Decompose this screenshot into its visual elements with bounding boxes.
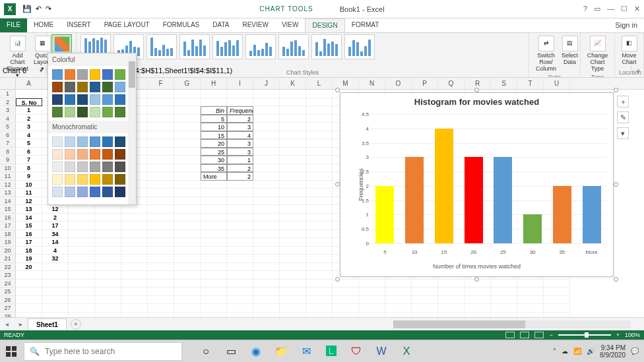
color-swatch[interactable] <box>77 69 88 80</box>
chart-style-thumb[interactable] <box>146 34 177 59</box>
cell[interactable] <box>438 304 465 313</box>
cell[interactable] <box>227 238 253 247</box>
cell[interactable] <box>280 271 306 280</box>
tray-wifi-icon[interactable]: 📶 <box>573 347 581 355</box>
cell[interactable]: 2 <box>42 214 69 222</box>
cell[interactable] <box>174 197 201 206</box>
cell[interactable] <box>491 280 517 288</box>
cell[interactable] <box>227 313 253 318</box>
cell[interactable] <box>148 238 174 247</box>
row-header[interactable]: 1 <box>0 90 16 98</box>
cell[interactable] <box>253 296 280 305</box>
cell[interactable]: 20 <box>16 263 42 272</box>
color-swatch[interactable] <box>90 69 100 80</box>
row-header[interactable]: 27 <box>0 304 16 313</box>
row-header[interactable]: 2 <box>0 98 16 107</box>
cell[interactable] <box>227 263 253 272</box>
color-swatch[interactable] <box>90 94 100 105</box>
color-swatch[interactable] <box>115 162 125 172</box>
cell[interactable]: 4 <box>227 131 253 140</box>
column-header[interactable]: H <box>201 78 227 89</box>
cell[interactable] <box>148 313 174 318</box>
color-swatch[interactable] <box>52 174 63 185</box>
cell[interactable] <box>253 115 280 123</box>
cell[interactable] <box>491 304 517 313</box>
cell[interactable] <box>16 313 42 318</box>
cell[interactable] <box>227 181 253 189</box>
cell[interactable]: 10 <box>16 181 42 189</box>
row-header[interactable]: 18 <box>0 230 16 239</box>
color-swatch[interactable] <box>115 187 125 197</box>
cell[interactable] <box>465 296 491 305</box>
cell[interactable] <box>201 255 227 263</box>
color-swatch[interactable] <box>102 149 113 160</box>
notifications-icon[interactable]: 💬 <box>631 347 639 355</box>
cell[interactable] <box>174 287 201 296</box>
cell[interactable] <box>306 189 333 197</box>
cell[interactable] <box>438 296 465 305</box>
row-header[interactable]: 20 <box>0 247 16 255</box>
cell[interactable] <box>544 313 570 318</box>
color-swatch[interactable] <box>52 187 63 197</box>
cell[interactable] <box>359 304 385 313</box>
color-swatch[interactable] <box>102 174 113 185</box>
row-header[interactable]: 3 <box>0 106 16 115</box>
cell[interactable] <box>306 106 333 115</box>
cell[interactable] <box>544 296 570 305</box>
cell[interactable] <box>174 304 201 313</box>
cell[interactable] <box>306 181 333 189</box>
maximize-button[interactable]: ☐ <box>621 5 628 13</box>
minimize-button[interactable]: — <box>607 5 614 13</box>
sheet-nav-next[interactable]: ▸ <box>14 320 28 328</box>
cell[interactable]: 4 <box>42 247 69 255</box>
name-box-dropdown-icon[interactable]: ▾ <box>40 67 43 74</box>
excel-taskbar-icon[interactable]: X <box>396 342 417 361</box>
cell[interactable]: 8 <box>16 164 42 173</box>
color-swatch[interactable] <box>102 136 113 147</box>
cell[interactable] <box>385 296 412 305</box>
cell[interactable] <box>201 98 227 107</box>
row-header[interactable]: 28 <box>0 313 16 318</box>
cell[interactable]: 30 <box>201 156 227 164</box>
row-header[interactable]: 19 <box>0 238 16 247</box>
column-header[interactable]: S <box>491 78 517 89</box>
cell[interactable] <box>306 313 333 318</box>
cell[interactable] <box>385 313 412 318</box>
cell[interactable] <box>306 255 333 263</box>
color-swatch[interactable] <box>77 174 88 185</box>
cell[interactable] <box>280 304 306 313</box>
color-swatch[interactable] <box>102 94 113 105</box>
cell[interactable] <box>121 222 148 230</box>
cell[interactable] <box>69 280 95 288</box>
cell[interactable]: 1 <box>227 156 253 164</box>
cell[interactable] <box>148 214 174 222</box>
cell[interactable] <box>201 304 227 313</box>
color-swatch[interactable] <box>102 187 113 197</box>
cell[interactable] <box>280 287 306 296</box>
cell[interactable] <box>95 214 121 222</box>
cell[interactable] <box>359 313 385 318</box>
cell[interactable] <box>253 287 280 296</box>
cell[interactable] <box>95 313 121 318</box>
cell[interactable] <box>253 90 280 98</box>
cell[interactable] <box>544 280 570 288</box>
color-swatch[interactable] <box>90 107 100 117</box>
cell[interactable] <box>174 115 201 123</box>
cell[interactable]: 11 <box>16 189 42 197</box>
cell[interactable] <box>121 247 148 255</box>
cell[interactable]: Bin <box>201 106 227 115</box>
cell[interactable]: 14 <box>16 214 42 222</box>
cell[interactable] <box>95 230 121 239</box>
cell[interactable] <box>201 90 227 98</box>
tab-file[interactable]: FILE <box>0 18 27 32</box>
popup-scrollbar[interactable] <box>128 53 136 204</box>
color-swatch[interactable] <box>65 107 75 117</box>
cell[interactable] <box>174 313 201 318</box>
cell[interactable] <box>227 287 253 296</box>
color-swatch[interactable] <box>52 82 63 92</box>
color-swatch[interactable] <box>115 94 125 105</box>
cell[interactable] <box>42 280 69 288</box>
cell[interactable] <box>280 263 306 272</box>
color-swatch[interactable] <box>65 94 75 105</box>
tab-data[interactable]: DATA <box>206 18 236 32</box>
